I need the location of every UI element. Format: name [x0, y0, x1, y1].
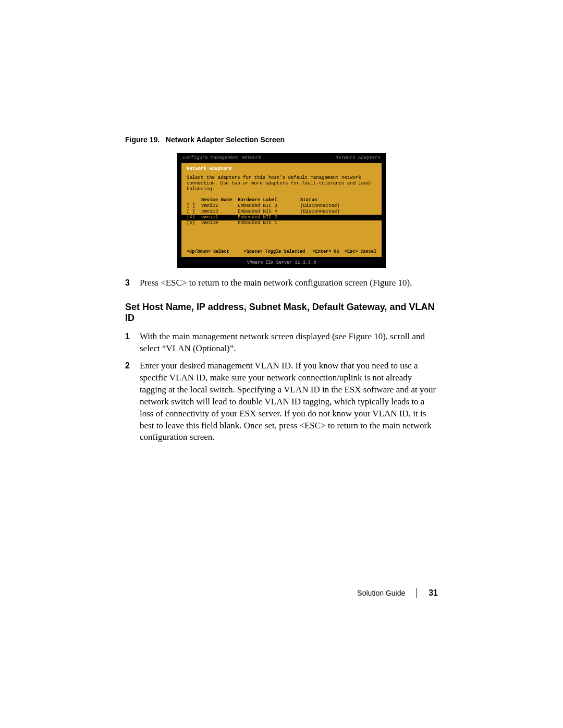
table-row[interactable]: [ ] vmnic3 Embedded NIC 4 (Disconnected) — [187, 209, 376, 215]
panel-title: Network Adapters — [187, 166, 376, 172]
table-row[interactable]: [X] vmnic0 Embedded NIC 1 — [187, 220, 376, 226]
checkbox-mark[interactable]: [X] — [187, 215, 201, 220]
col-device: Device Name — [201, 198, 238, 203]
step-list-b: 1 With the main management network scree… — [125, 331, 438, 443]
screenshot-panel: Network Adapters Select the adapters for… — [181, 163, 382, 257]
checkbox-mark[interactable]: [X] — [187, 220, 201, 226]
device-name: vmnic2 — [201, 203, 238, 209]
hardware-label: Embedded NIC 4 — [238, 209, 300, 215]
step-list-a: 3 Press <ESC> to return to the main netw… — [125, 277, 438, 289]
footer-divider — [417, 588, 417, 598]
figure-caption: Figure 19. Network Adapter Selection Scr… — [125, 135, 438, 144]
screenshot-container: Configure Management Network Network Ada… — [125, 153, 438, 268]
col-blank — [187, 198, 201, 203]
list-item: 3 Press <ESC> to return to the main netw… — [125, 277, 438, 289]
col-status: Status — [300, 198, 376, 203]
device-name: vmnic3 — [201, 209, 238, 215]
page-footer: Solution Guide 31 — [357, 588, 438, 598]
hint-enter-esc: <Enter> OK <Esc> Cancel — [313, 249, 376, 255]
screenshot-header: Configure Management Network Network Ada… — [177, 153, 386, 163]
header-right: Network Adapters — [336, 155, 381, 161]
panel-description: Select the adapters for this host's defa… — [187, 175, 376, 192]
col-hardware: Hardware Label — [238, 198, 300, 203]
hardware-label: Embedded NIC 1 — [238, 220, 300, 226]
adapter-table: Device Name Hardware Label Status [ ] vm… — [181, 195, 382, 247]
footer-doc-title: Solution Guide — [357, 589, 405, 597]
list-item: 2 Enter your desired management VLAN ID.… — [125, 360, 438, 444]
table-header-row: Device Name Hardware Label Status — [187, 198, 376, 203]
panel-footer: <Up/Down> Select <Space> Toggle Selected… — [181, 247, 382, 257]
panel-top: Network Adapters Select the adapters for… — [181, 163, 382, 195]
section-heading: Set Host Name, IP address, Subnet Mask, … — [125, 302, 438, 324]
step-text: Press <ESC> to return to the main networ… — [140, 277, 438, 289]
hint-updown: <Up/Down> Select — [187, 249, 244, 255]
status-text — [300, 215, 376, 220]
page-number: 31 — [429, 588, 438, 598]
device-name: vmnic1 — [201, 215, 238, 220]
step-text: With the main management network screen … — [140, 331, 438, 355]
list-item: 1 With the main management network scree… — [125, 331, 438, 355]
screenshot-bottom-bar: VMware ESX Server 3i 3.5.0 — [177, 257, 386, 268]
hardware-label: Embedded NIC 2 — [238, 215, 300, 220]
table-row[interactable]: [ ] vmnic2 Embedded NIC 3 (Disconnected) — [187, 203, 376, 209]
status-text: (Disconnected) — [300, 209, 376, 215]
figure-title: Network Adapter Selection Screen — [166, 135, 285, 144]
header-left: Configure Management Network — [182, 155, 261, 161]
step-number: 1 — [125, 331, 140, 355]
hint-space: <Space> Toggle Selected — [244, 249, 313, 255]
checkbox-mark[interactable]: [ ] — [187, 203, 201, 209]
document-page: Figure 19. Network Adapter Selection Scr… — [0, 0, 563, 728]
status-text: (Disconnected) — [300, 203, 376, 209]
table-row-selected[interactable]: [X] vmnic1 Embedded NIC 2 — [181, 215, 382, 220]
figure-label: Figure 19. — [125, 135, 160, 144]
device-name: vmnic0 — [201, 220, 238, 226]
status-text — [300, 220, 376, 226]
network-adapter-screenshot: Configure Management Network Network Ada… — [177, 153, 386, 268]
hardware-label: Embedded NIC 3 — [238, 203, 300, 209]
step-number: 2 — [125, 360, 140, 444]
step-text: Enter your desired management VLAN ID. I… — [140, 360, 438, 444]
step-number: 3 — [125, 277, 140, 289]
checkbox-mark[interactable]: [ ] — [187, 209, 201, 215]
